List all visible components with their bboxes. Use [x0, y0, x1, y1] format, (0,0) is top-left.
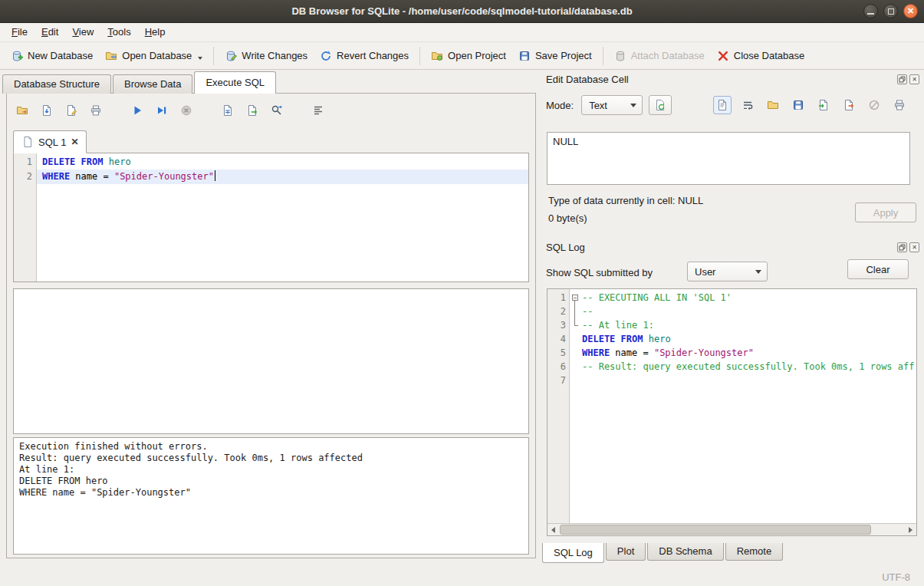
status-bar: UTF-8 — [0, 568, 924, 586]
fold-marker-icon — [570, 318, 582, 332]
exec-log-line: At line 1: — [19, 464, 523, 476]
menu-help[interactable]: Help — [138, 23, 173, 41]
execute-current-line-icon — [156, 104, 168, 117]
close-icon[interactable]: ✕ — [909, 242, 919, 252]
fold-marker-icon[interactable] — [570, 291, 582, 305]
scroll-left-icon[interactable] — [547, 524, 559, 535]
query-results-grid[interactable] — [13, 288, 529, 434]
save-project-button[interactable]: Save Project — [512, 46, 598, 66]
open-sql-file-icon — [16, 104, 28, 117]
save-sql-file-as-button[interactable] — [64, 103, 79, 118]
text-mode-button[interactable] — [713, 96, 732, 114]
print-button[interactable] — [890, 96, 909, 114]
title-bar[interactable]: DB Browser for SQLite - /home/user/code/… — [0, 0, 924, 23]
stop-button[interactable] — [179, 103, 194, 118]
tab-browse-data[interactable]: Browse Data — [113, 74, 192, 94]
exec-log-line: Execution finished without errors. — [19, 441, 523, 453]
word-wrap-button[interactable] — [738, 96, 757, 114]
log-line-text: -- Result: query executed successfully. … — [582, 360, 914, 374]
execute-current-line-button[interactable] — [154, 103, 169, 118]
log-line: 6-- Result: query executed successfully.… — [547, 360, 916, 374]
toolbar-button-label: Revert Changes — [337, 50, 409, 61]
tab-execute-sql[interactable]: Execute SQL — [194, 71, 276, 94]
toolbar-button-label: Open Project — [448, 50, 506, 61]
import-icon — [817, 99, 830, 111]
mode-combo[interactable]: Text — [581, 95, 643, 115]
code-token: name = — [70, 171, 114, 182]
save-sql-file-button[interactable] — [39, 103, 54, 118]
open-sql-file-button[interactable] — [15, 103, 30, 118]
apply-button[interactable]: Apply — [855, 202, 916, 222]
scrollbar-track[interactable] — [559, 524, 905, 535]
line-number: 1 — [14, 155, 32, 170]
cell-size-info: 0 byte(s) — [548, 212, 587, 224]
float-icon[interactable] — [897, 242, 907, 252]
revert-changes-button[interactable]: Revert Changes — [314, 46, 415, 66]
sql-log-title: SQL Log — [546, 242, 897, 253]
close-database-button[interactable]: Close Database — [711, 46, 811, 66]
dock-tab-sql-log[interactable]: SQL Log — [542, 543, 604, 563]
log-line: 7 — [547, 374, 916, 387]
execute-sql-panel: SQL 1 ✕ 12 DELETE FROM heroWHERE name = … — [6, 93, 536, 558]
fold-marker-icon — [570, 305, 582, 318]
attach-database-button[interactable]: Attach Database — [608, 46, 711, 66]
tab-database-structure[interactable]: Database Structure — [2, 74, 111, 94]
dock-tab-remote[interactable]: Remote — [725, 543, 784, 561]
submitted-by-combo[interactable]: User — [687, 262, 768, 281]
set-null-button[interactable] — [865, 96, 883, 114]
log-line-text: WHERE name = "Spider-Youngster" — [582, 346, 754, 360]
maximize-button[interactable] — [883, 4, 898, 18]
menu-edit[interactable]: Edit — [35, 23, 65, 41]
editor-code-area[interactable]: DELETE FROM heroWHERE name = "Spider-You… — [37, 153, 528, 281]
auto-switch-mode-button[interactable] — [649, 95, 672, 115]
new-database-icon — [11, 50, 23, 62]
close-icon[interactable]: ✕ — [71, 137, 78, 147]
dock-tab-plot[interactable]: Plot — [606, 543, 646, 561]
save-results-button[interactable] — [220, 103, 235, 118]
sql-editor[interactable]: 12 DELETE FROM heroWHERE name = "Spider-… — [13, 153, 529, 282]
open-file-button[interactable] — [764, 96, 782, 114]
dock-tab-bar: SQL LogPlotDB SchemaRemote — [542, 543, 784, 563]
revert-changes-icon — [320, 50, 332, 62]
print-icon — [893, 99, 906, 111]
auto-switch-mode-icon — [654, 99, 666, 111]
scrollbar-thumb[interactable] — [560, 525, 871, 535]
menu-tools[interactable]: Tools — [100, 23, 137, 41]
find-replace-button[interactable] — [269, 103, 284, 118]
menu-file[interactable]: File — [5, 23, 35, 41]
auto-format-button[interactable] — [311, 103, 326, 118]
clear-button[interactable]: Clear — [847, 259, 909, 279]
execute-all-button[interactable] — [130, 103, 145, 118]
open-project-icon — [431, 50, 443, 62]
import-button[interactable] — [814, 96, 833, 114]
code-token — [75, 156, 81, 167]
sql-document-tab[interactable]: SQL 1 ✕ — [13, 130, 87, 153]
menu-view[interactable]: View — [65, 23, 100, 41]
fold-margin — [570, 346, 582, 360]
dock-tab-db-schema[interactable]: DB Schema — [647, 543, 723, 561]
new-database-button[interactable]: New Database — [5, 46, 99, 66]
toolbar-button-label: Close Database — [734, 50, 805, 61]
cell-value: NULL — [553, 136, 578, 147]
open-project-button[interactable]: Open Project — [425, 46, 512, 66]
menu-bar: FileEditViewToolsHelp — [0, 23, 924, 41]
right-pane: Edit Database Cell ✕ Mode: Text NULL Typ… — [539, 70, 924, 568]
export-csv-button[interactable] — [245, 103, 260, 118]
code-token — [643, 334, 649, 344]
write-changes-button[interactable]: Write Changes — [219, 46, 314, 66]
minimize-button[interactable] — [863, 4, 878, 18]
close-button[interactable]: ✕ — [903, 4, 918, 18]
save-file-button[interactable] — [789, 96, 807, 114]
float-icon[interactable] — [897, 74, 907, 84]
execution-status-log: Execution finished without errors.Result… — [13, 437, 529, 555]
toolbar-button-label: Open Database — [122, 50, 192, 61]
line-number: 4 — [547, 332, 570, 346]
export-button[interactable] — [840, 96, 858, 114]
open-database-button[interactable]: Open Database — [99, 46, 209, 66]
close-icon[interactable]: ✕ — [909, 74, 919, 84]
cell-value-editor[interactable]: NULL — [547, 132, 910, 185]
scroll-right-icon[interactable] — [905, 524, 916, 535]
log-line: 5WHERE name = "Spider-Youngster" — [547, 346, 916, 360]
print-button[interactable] — [88, 103, 104, 118]
save-project-icon — [518, 50, 531, 62]
